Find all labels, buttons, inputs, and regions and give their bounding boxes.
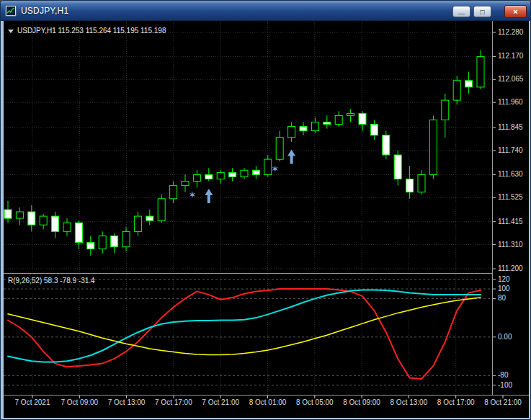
chart-client-area: ✶✶ USDJPY,H1 115.253 115.264 115.195 115… (4, 21, 529, 418)
candle-body (359, 113, 366, 124)
star-marker: ✶ (188, 189, 196, 200)
candle-body (170, 186, 177, 199)
title-bar[interactable]: USDJPY,H1 — □ × (1, 1, 531, 21)
candle-body (217, 172, 224, 179)
candle-body (63, 223, 71, 231)
candle-body (477, 56, 484, 87)
star-marker: ✶ (271, 164, 279, 174)
close-icon: × (513, 7, 517, 16)
candle-body (418, 174, 425, 192)
candle-body (40, 216, 47, 225)
price-axis-label: 111.525 (498, 193, 523, 201)
candle-body (182, 182, 189, 186)
window-title: USDJPY,H1 (21, 6, 68, 16)
candle-body (99, 236, 106, 249)
indicator-axis-label: -80 (498, 371, 508, 379)
ohlc-text: USDJPY,H1 115.253 115.264 115.195 115.19… (17, 27, 166, 35)
candle-body (288, 127, 295, 138)
candle-body (158, 199, 165, 220)
time-axis-label: 8 Oct 01:00 (245, 398, 291, 406)
candle-body (406, 179, 414, 192)
indicator-axis-label: 120 (498, 275, 510, 283)
indicator-axis-label: 80 (498, 294, 506, 302)
minimize-button[interactable]: — (452, 6, 470, 17)
candle-body (111, 236, 118, 246)
price-axis-label: 111.845 (498, 123, 523, 131)
price-axis-label: 112.065 (498, 75, 523, 83)
indicator-axis-label: 0.00 (498, 333, 512, 341)
price-axis[interactable]: 112.280112.170112.065111.960111.845111.7… (493, 21, 529, 395)
chart-window-icon (5, 5, 17, 17)
candle-body (442, 100, 449, 120)
price-axis-label: 111.200 (498, 264, 523, 272)
ohlc-info-label: USDJPY,H1 115.253 115.264 115.195 115.19… (8, 27, 166, 35)
time-axis-label: 8 Oct 09:00 (339, 398, 385, 406)
time-axis[interactable]: 7 Oct 20217 Oct 09:007 Oct 13:007 Oct 17… (4, 396, 529, 418)
oscillator-line-mid-cyan (8, 290, 481, 362)
candle-body (4, 210, 12, 218)
close-button[interactable]: × (504, 5, 527, 18)
price-axis-label: 111.310 (498, 241, 523, 249)
candle-body (229, 172, 236, 177)
candle-body (87, 243, 94, 249)
candle-body (252, 170, 259, 174)
candle-body (394, 155, 401, 179)
candle-body (52, 216, 59, 231)
candle-body (429, 120, 437, 175)
maximize-icon: □ (480, 8, 484, 16)
price-chart-plot[interactable]: ✶✶ (4, 21, 529, 418)
time-axis-label: 8 Oct 05:00 (292, 398, 338, 406)
indicator-label: R(9,26,52) 58.3 -78.9 -31.4 (8, 277, 95, 285)
candle-body (276, 138, 283, 159)
indicator-axis-label: -100 (498, 381, 512, 389)
time-axis-label: 7 Oct 21:00 (197, 398, 244, 406)
symbol-dropdown-icon[interactable] (8, 30, 14, 33)
time-axis-label: 8 Oct 17:00 (433, 398, 479, 406)
up-arrow-marker (205, 189, 213, 203)
oscillator-line-fast-red (8, 289, 481, 379)
candle-body (465, 81, 473, 87)
candle-body (75, 223, 82, 242)
candle-body (193, 174, 200, 181)
candle-body (347, 113, 354, 115)
candle-body (241, 170, 248, 177)
time-axis-label: 7 Oct 17:00 (151, 398, 197, 406)
candle-body (335, 115, 342, 124)
candle-body (16, 212, 23, 218)
candle-body (370, 125, 378, 135)
time-axis-label: 7 Oct 2021 (9, 398, 55, 406)
mini-chart-glyph (6, 6, 15, 15)
oscillator-line-slow-yellow (8, 298, 481, 355)
pane-separator[interactable] (4, 270, 492, 276)
price-axis-label: 112.280 (498, 28, 523, 36)
candle-body (383, 135, 390, 155)
chart-window: USDJPY,H1 — □ × ✶✶ USDJPY,H1 115.253 115… (0, 0, 531, 420)
candle-body (300, 127, 307, 131)
candle-body (134, 216, 141, 231)
time-axis-label: 7 Oct 13:00 (104, 398, 150, 406)
candle-body (146, 216, 153, 220)
candle-body (122, 231, 130, 246)
candle-body (205, 174, 213, 179)
minimize-icon: — (458, 12, 465, 15)
price-axis-label: 111.630 (498, 170, 523, 178)
price-axis-label: 111.960 (498, 98, 523, 106)
time-axis-label: 7 Oct 09:00 (56, 398, 102, 406)
time-axis-label: 8 Oct 21:00 (480, 398, 526, 406)
time-axis-label: 8 Oct 13:00 (385, 398, 432, 406)
up-arrow-marker (287, 149, 295, 164)
price-axis-label: 112.170 (498, 52, 523, 60)
candle-body (311, 122, 318, 131)
window-controls: — □ × (450, 5, 527, 18)
price-axis-label: 111.740 (498, 146, 523, 154)
maximize-button[interactable]: □ (473, 6, 491, 17)
price-axis-label: 111.415 (498, 218, 523, 225)
indicator-axis-label: 100 (498, 285, 510, 292)
candle-body (28, 212, 35, 225)
candle-body (453, 81, 460, 100)
candle-body (323, 122, 331, 125)
